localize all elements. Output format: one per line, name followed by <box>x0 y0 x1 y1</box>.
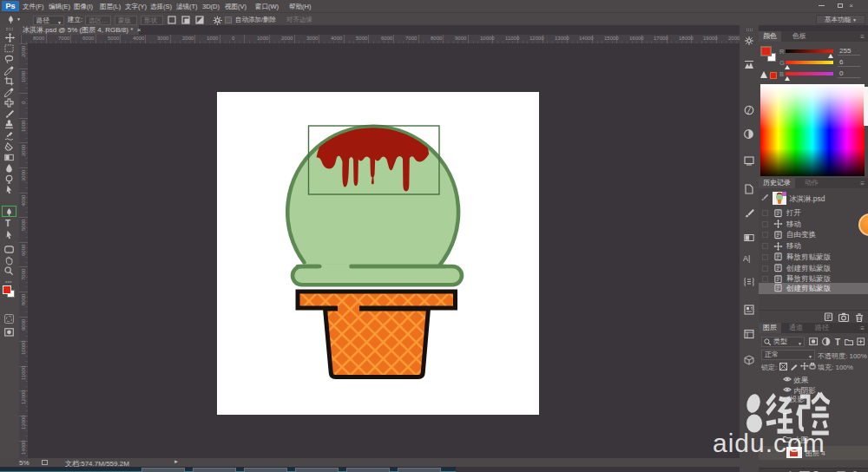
svg-text:T: T <box>835 338 840 347</box>
